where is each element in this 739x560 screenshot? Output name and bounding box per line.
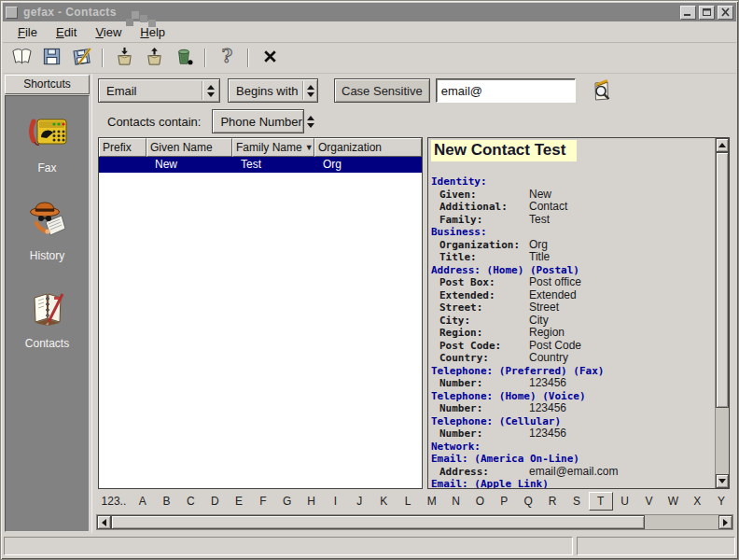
details-vertical-scrollbar[interactable] xyxy=(715,138,729,488)
detail-field-value: 123456 xyxy=(529,376,566,389)
alphabet-tab-H[interactable]: H xyxy=(300,492,324,511)
filter-value: Phone Number xyxy=(220,115,301,129)
alphabet-tab-P[interactable]: P xyxy=(492,492,516,511)
alphabet-tab-R[interactable]: R xyxy=(540,492,565,511)
window-controls xyxy=(680,6,733,20)
scroll-left-button[interactable] xyxy=(97,515,111,529)
column-header-family-name[interactable]: Family Name▼ xyxy=(232,138,314,157)
export-box-icon xyxy=(144,46,165,71)
import-box-button[interactable] xyxy=(111,46,137,71)
detail-field: Family:Test xyxy=(431,214,715,227)
menu-file[interactable]: File xyxy=(8,22,47,42)
help-question-icon: ? xyxy=(216,46,238,71)
alphabet-tab-T[interactable]: T xyxy=(589,492,613,511)
close-button[interactable] xyxy=(718,6,733,20)
alphabet-tab-D[interactable]: D xyxy=(202,492,227,511)
alphabet-tab-123[interactable]: 123.. xyxy=(97,492,131,511)
alphabet-tab-Y[interactable]: Y xyxy=(709,492,733,511)
minimize-icon xyxy=(683,7,693,17)
detective-history-icon xyxy=(25,197,70,245)
alphabet-tab-S[interactable]: S xyxy=(565,492,589,511)
minimize-button[interactable] xyxy=(680,6,696,20)
toolbar: ? xyxy=(3,43,736,74)
help-question-button[interactable]: ? xyxy=(214,46,240,71)
detail-field-label: Street: xyxy=(431,301,529,315)
maximize-button[interactable] xyxy=(699,6,715,20)
alphabet-tab-O[interactable]: O xyxy=(468,492,493,511)
detail-heading: Address: (Home) (Postal) xyxy=(431,264,715,277)
menu-edit[interactable]: Edit xyxy=(47,22,86,42)
detail-field: Address:email@email.com xyxy=(431,466,715,479)
menu-view[interactable]: View xyxy=(86,22,131,42)
horizontal-scroll-thumb[interactable] xyxy=(111,515,645,529)
detail-field: Region:Region xyxy=(431,327,715,340)
alphabet-tab-W[interactable]: W xyxy=(661,492,685,511)
alphabet-tab-F[interactable]: F xyxy=(251,492,275,511)
close-x-button[interactable] xyxy=(257,46,283,71)
column-header-label: Given Name xyxy=(150,141,213,154)
detail-field-value: Country xyxy=(529,351,568,364)
search-input[interactable] xyxy=(436,78,576,103)
detail-field-value: Org xyxy=(529,238,548,251)
alphabet-tab-K[interactable]: K xyxy=(371,492,396,511)
address-book-icon xyxy=(25,285,70,333)
alphabet-tab-C[interactable]: C xyxy=(178,492,202,511)
detail-field-label: Number: xyxy=(431,402,529,415)
alphabet-tab-G[interactable]: G xyxy=(275,492,300,511)
find-button[interactable] xyxy=(587,77,615,104)
column-header-label: Organization xyxy=(318,141,382,154)
detail-field-label: Country: xyxy=(431,352,529,365)
alphabet-tab-A[interactable]: A xyxy=(131,492,155,511)
alphabet-tab-B[interactable]: B xyxy=(155,492,179,511)
edit-floppy-button[interactable] xyxy=(68,46,94,71)
case-sensitive-toggle[interactable]: Case Sensitive xyxy=(334,78,430,103)
contact-details-content: New Contact Test Identity:Given:NewAddit… xyxy=(428,138,715,488)
horizontal-scrollbar[interactable] xyxy=(96,514,733,530)
shortcuts-header-button[interactable]: Shortcuts xyxy=(5,75,90,94)
detail-field-value: Region xyxy=(529,326,565,339)
detail-field-value: Test xyxy=(529,213,550,226)
open-book-button[interactable] xyxy=(8,46,35,71)
search-match-select[interactable]: Begins with xyxy=(228,78,318,103)
alphabet-tab-M[interactable]: M xyxy=(420,492,444,511)
alphabet-tab-I[interactable]: I xyxy=(324,492,348,511)
detail-field-label: Extended: xyxy=(431,289,529,302)
column-header-prefix[interactable]: Prefix xyxy=(99,138,146,157)
arrow-up-icon xyxy=(718,143,726,147)
scroll-right-button[interactable] xyxy=(718,515,732,529)
alphabet-tab-J[interactable]: J xyxy=(347,492,371,511)
alphabet-tab-U[interactable]: U xyxy=(613,492,637,511)
menu-help[interactable]: Help xyxy=(131,22,174,42)
save-floppy-button[interactable] xyxy=(38,46,64,71)
contact-details-lines: Identity:Given:NewAdditional:ContactFami… xyxy=(431,175,715,488)
shortcut-item-fax[interactable]: Fax xyxy=(25,109,70,175)
detail-field-value: 123456 xyxy=(529,401,566,414)
search-field-select[interactable]: Email xyxy=(98,78,220,103)
trash-button[interactable] xyxy=(171,46,197,71)
shortcut-item-history[interactable]: History xyxy=(25,197,70,262)
toolbar-separator-3 xyxy=(247,49,249,67)
window-app-icon xyxy=(6,7,18,19)
export-box-button[interactable] xyxy=(141,46,167,71)
vertical-scroll-thumb[interactable] xyxy=(716,152,729,408)
alphabet-tab-L[interactable]: L xyxy=(396,492,420,511)
alphabet-tab-E[interactable]: E xyxy=(227,492,251,511)
scroll-down-button[interactable] xyxy=(716,474,729,488)
column-header-given-name[interactable]: Given Name xyxy=(146,138,232,157)
scroll-up-button[interactable] xyxy=(716,138,729,152)
column-header-organization[interactable]: Organization xyxy=(314,138,422,157)
alphabet-tab-V[interactable]: V xyxy=(637,492,662,511)
alphabet-tab-X[interactable]: X xyxy=(685,492,709,511)
alphabet-tab-N[interactable]: N xyxy=(444,492,468,511)
detail-field-label: Number: xyxy=(431,427,529,441)
spin-arrows-icon xyxy=(303,85,317,97)
find-in-document-icon xyxy=(589,78,613,103)
table-row[interactable]: NewTestOrg xyxy=(99,157,422,173)
arrow-left-icon xyxy=(102,519,106,526)
contacts-contain-select[interactable]: Phone Number xyxy=(212,109,304,133)
trash-icon xyxy=(174,46,195,71)
shortcut-item-contacts[interactable]: Contacts xyxy=(25,285,70,350)
alphabet-tab-Q[interactable]: Q xyxy=(516,492,540,511)
detail-heading: Telephone: (Home) (Voice) xyxy=(431,390,715,403)
titlebar[interactable]: gefax - Contacts xyxy=(3,3,736,21)
